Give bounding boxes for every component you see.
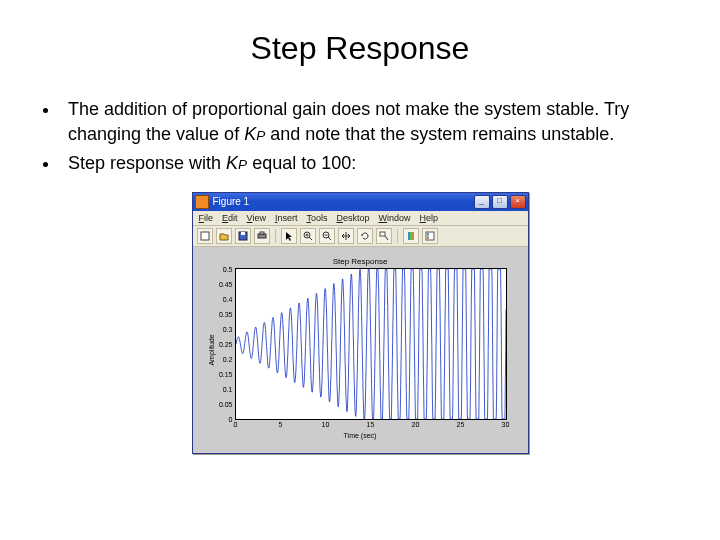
svg-line-13 xyxy=(385,236,388,240)
svg-rect-4 xyxy=(260,232,264,234)
y-tick: 0.15 xyxy=(219,370,236,377)
x-tick: 10 xyxy=(322,419,330,428)
pointer-icon[interactable] xyxy=(281,228,297,244)
bullet-1-text-post: and note that the system remains unstabl… xyxy=(265,124,614,144)
x-axis-label: Time (sec) xyxy=(201,432,520,439)
kp-symbol: KP xyxy=(244,124,265,144)
svg-rect-3 xyxy=(258,234,266,238)
datacursor-icon[interactable] xyxy=(376,228,392,244)
menu-help[interactable]: Help xyxy=(420,213,439,223)
open-icon[interactable] xyxy=(216,228,232,244)
bullet-1: The addition of proportional gain does n… xyxy=(60,97,690,147)
close-button[interactable]: × xyxy=(510,195,526,209)
x-tick: 20 xyxy=(412,419,420,428)
bullet-2: Step response with KP equal to 100: xyxy=(60,151,690,176)
menu-tools[interactable]: Tools xyxy=(306,213,327,223)
menu-insert[interactable]: Insert xyxy=(275,213,298,223)
bullet-list: The addition of proportional gain does n… xyxy=(30,97,690,177)
axes[interactable]: 00.050.10.150.20.250.30.350.40.450.50510… xyxy=(235,268,507,420)
plot-area: Step Response Amplitude 00.050.10.150.20… xyxy=(193,247,528,453)
axes-wrap: 00.050.10.150.20.250.30.350.40.450.50510… xyxy=(235,268,512,420)
svg-rect-0 xyxy=(201,232,209,240)
colorbar-icon[interactable] xyxy=(403,228,419,244)
chart-title: Step Response xyxy=(201,257,520,266)
menu-window[interactable]: Window xyxy=(378,213,410,223)
svg-rect-15 xyxy=(410,232,412,240)
legend-icon[interactable] xyxy=(422,228,438,244)
y-tick: 0.1 xyxy=(223,385,236,392)
app-icon xyxy=(195,195,209,209)
y-tick: 0.4 xyxy=(223,295,236,302)
window-buttons: _ □ × xyxy=(474,195,526,209)
print-icon[interactable] xyxy=(254,228,270,244)
menu-edit[interactable]: Edit xyxy=(222,213,238,223)
y-tick: 0.5 xyxy=(223,265,236,272)
new-figure-icon[interactable] xyxy=(197,228,213,244)
svg-rect-2 xyxy=(241,232,245,235)
svg-rect-16 xyxy=(412,232,414,240)
x-tick: 25 xyxy=(457,419,465,428)
y-tick: 0.35 xyxy=(219,310,236,317)
svg-rect-12 xyxy=(380,232,385,236)
x-tick: 5 xyxy=(279,419,283,428)
svg-line-10 xyxy=(328,237,331,240)
x-tick: 0 xyxy=(234,419,238,428)
toolbar xyxy=(193,226,528,247)
svg-rect-14 xyxy=(408,232,410,240)
toolbar-separator xyxy=(397,229,398,243)
x-tick: 15 xyxy=(367,419,375,428)
slide: Step Response The addition of proportion… xyxy=(0,0,720,540)
x-tick: 30 xyxy=(502,419,510,428)
response-line xyxy=(236,269,506,419)
bullet-2-text-post: equal to 100: xyxy=(247,153,356,173)
page-title: Step Response xyxy=(30,30,690,67)
bullet-2-text-pre: Step response with xyxy=(68,153,226,173)
toolbar-separator xyxy=(275,229,276,243)
maximize-button[interactable]: □ xyxy=(492,195,508,209)
y-tick: 0.05 xyxy=(219,400,236,407)
pan-icon[interactable] xyxy=(338,228,354,244)
kp-symbol: KP xyxy=(226,153,247,173)
window-caption: Figure 1 xyxy=(213,196,474,207)
matlab-figure-window: Figure 1 _ □ × File Edit View Insert Too… xyxy=(192,192,529,454)
menu-view[interactable]: View xyxy=(247,213,266,223)
zoom-in-icon[interactable] xyxy=(300,228,316,244)
rotate-icon[interactable] xyxy=(357,228,373,244)
y-tick: 0.2 xyxy=(223,355,236,362)
y-axis-label: Amplitude xyxy=(208,334,215,365)
zoom-out-icon[interactable] xyxy=(319,228,335,244)
minimize-button[interactable]: _ xyxy=(474,195,490,209)
svg-line-6 xyxy=(309,237,312,240)
menu-file[interactable]: File xyxy=(199,213,214,223)
save-icon[interactable] xyxy=(235,228,251,244)
menu-desktop[interactable]: Desktop xyxy=(336,213,369,223)
y-tick: 0.45 xyxy=(219,280,236,287)
y-tick: 0.3 xyxy=(223,325,236,332)
window-titlebar[interactable]: Figure 1 _ □ × xyxy=(193,193,528,211)
menu-bar: File Edit View Insert Tools Desktop Wind… xyxy=(193,211,528,226)
y-tick: 0.25 xyxy=(219,340,236,347)
